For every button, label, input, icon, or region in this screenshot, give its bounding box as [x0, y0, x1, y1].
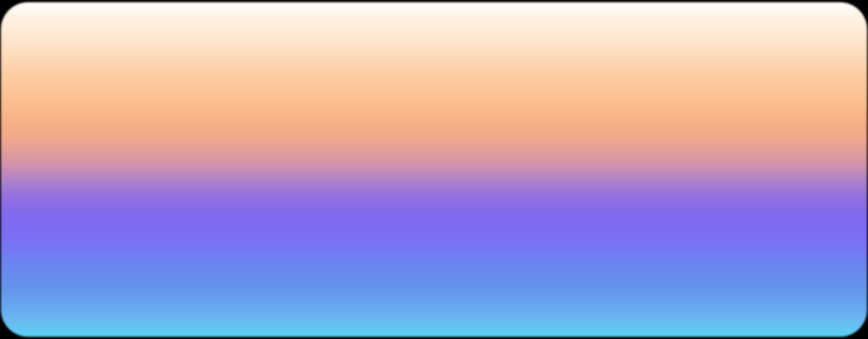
sunset-gradient-panel: [1, 2, 867, 337]
